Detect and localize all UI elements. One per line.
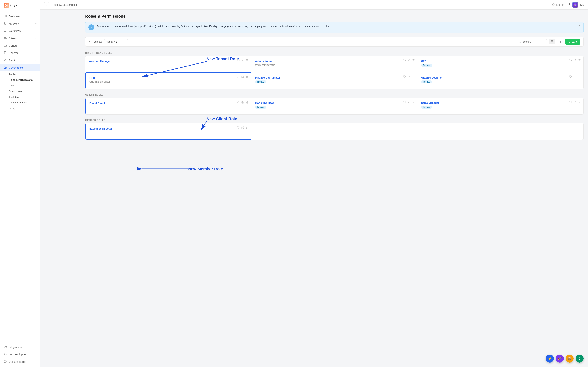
sidebar-item-users[interactable]: Users xyxy=(0,83,40,88)
tag-icon-brand-director[interactable] xyxy=(237,101,240,104)
section-header-member: MEMBER ROLES xyxy=(85,117,584,123)
sidebar-item-studio[interactable]: Studio ▾ xyxy=(0,57,40,64)
grid-icon xyxy=(551,40,553,43)
delete-icon-graphic-designer[interactable] xyxy=(578,75,581,79)
role-name-ceo[interactable]: CEO xyxy=(421,60,580,63)
role-name-account-manager[interactable]: Account Manager xyxy=(89,60,248,63)
delete-icon-administrator[interactable] xyxy=(412,59,415,62)
sidebar-item-billing[interactable]: Billing xyxy=(0,106,40,111)
tag-icon-graphic-designer[interactable] xyxy=(570,75,572,79)
grid-view-button[interactable] xyxy=(549,39,555,44)
sidebar-item-label-integrations: Integrations xyxy=(9,346,36,349)
sidebar-item-garage[interactable]: Garage xyxy=(0,42,40,49)
delete-icon-sales-manager[interactable] xyxy=(578,101,581,104)
sidebar-item-label-workflows: Workflows xyxy=(9,30,36,33)
svg-point-12 xyxy=(5,346,6,347)
fab-group: ⚡ 🚀 📦 ? xyxy=(546,355,584,363)
sidebar-item-communications[interactable]: Communications xyxy=(0,100,40,106)
sort-label: Sort by: xyxy=(94,40,102,43)
svg-text:🤖: 🤖 xyxy=(574,4,576,6)
delete-icon-brand-director[interactable] xyxy=(246,101,248,104)
edit-icon-brand-director[interactable] xyxy=(242,101,244,104)
governance-icon xyxy=(4,66,7,70)
tag-icon-executive-director[interactable] xyxy=(237,126,240,130)
delete-icon-finance-coordinator[interactable] xyxy=(412,75,415,79)
sidebar-logo: trisk xyxy=(0,0,40,11)
sidebar-item-mywork[interactable]: My Work ▾ xyxy=(0,20,40,27)
new-member-role-text: New Member Role xyxy=(188,167,223,171)
sidebar-item-label-garage: Garage xyxy=(9,44,36,47)
edit-icon-ceo[interactable] xyxy=(574,59,576,62)
back-button[interactable]: ‹ xyxy=(44,2,49,7)
sidebar-item-governance[interactable]: Governance ▴ xyxy=(0,64,40,71)
role-name-graphic-designer[interactable]: Graphic Designer xyxy=(421,76,580,79)
edit-icon-administrator[interactable] xyxy=(408,59,410,62)
sidebar-item-roles-permissions[interactable]: Roles & Permissions xyxy=(0,77,40,83)
edit-icon-account-manager[interactable] xyxy=(242,59,244,62)
tag-icon-administrator[interactable] xyxy=(403,59,406,62)
user-avatar[interactable]: 🤖 xyxy=(572,2,578,8)
sidebar-item-tag-library[interactable]: Tag Library xyxy=(0,94,40,100)
create-button[interactable]: Create xyxy=(565,39,580,45)
edit-icon-sales-manager[interactable] xyxy=(574,101,576,104)
sidebar-item-guest-users[interactable]: Guest Users xyxy=(0,88,40,94)
role-card-graphic-designer: Graphic Designer Trish AI xyxy=(417,73,583,89)
integrations-icon xyxy=(4,345,7,349)
svg-line-17 xyxy=(554,5,554,6)
sidebar-item-clients[interactable]: Clients ▾ xyxy=(0,35,40,42)
tag-icon-ceo[interactable] xyxy=(570,59,572,62)
search-button[interactable]: Search xyxy=(552,3,564,6)
sidebar-item-reports[interactable]: Reports xyxy=(0,49,40,57)
search-input[interactable] xyxy=(523,40,545,43)
delete-icon-cfo[interactable] xyxy=(246,76,248,79)
sidebar-item-profile[interactable]: Profile xyxy=(0,71,40,77)
fab-rocket-button[interactable]: 🚀 xyxy=(556,355,564,363)
edit-icon-cfo[interactable] xyxy=(242,76,244,79)
sidebar-item-workflows[interactable]: Workflows xyxy=(0,27,40,35)
role-name-executive-director[interactable]: Executive Director xyxy=(89,127,247,130)
tag-icon-sales-manager[interactable] xyxy=(570,101,572,104)
tag-icon-finance-coordinator[interactable] xyxy=(403,75,406,79)
role-badge-graphic-designer: Trish AI xyxy=(421,80,432,83)
banner-close-button[interactable]: ✕ xyxy=(579,24,581,27)
sidebar-item-dashboard[interactable]: Dashboard xyxy=(0,13,40,20)
role-name-administrator[interactable]: Administrator xyxy=(255,60,414,63)
role-name-marketing-head[interactable]: Marketing Head xyxy=(255,101,414,104)
sidebar-item-developers[interactable]: For Developers xyxy=(0,351,40,358)
sidebar-item-updates[interactable]: Updates (Blog) xyxy=(0,358,40,366)
role-name-finance-coordinator[interactable]: Finance Coordinator xyxy=(255,76,414,79)
role-name-brand-director[interactable]: Brand Director xyxy=(89,102,247,105)
edit-icon-marketing-head[interactable] xyxy=(408,101,410,104)
section-client-roles: CLIENT ROLES Brand Director xyxy=(85,91,584,115)
delete-icon-account-manager[interactable] xyxy=(246,59,249,62)
fab-help-button[interactable]: ? xyxy=(576,355,584,363)
tag-icon-account-manager[interactable] xyxy=(237,59,240,62)
sidebar-navigation: Dashboard My Work ▾ Workflows Clients ▾ xyxy=(0,11,40,342)
chat-icon[interactable] xyxy=(566,2,570,7)
tag-icon-marketing-head[interactable] xyxy=(403,101,406,104)
sidebar-item-integrations[interactable]: Integrations xyxy=(0,343,40,351)
list-view-button[interactable] xyxy=(557,39,563,44)
edit-icon-executive-director[interactable] xyxy=(242,126,244,130)
role-name-cfo[interactable]: CFO xyxy=(89,76,247,79)
filter-icon[interactable] xyxy=(88,40,91,43)
section-header-client: CLIENT ROLES xyxy=(85,91,584,98)
role-name-sales-manager[interactable]: Sales Manager xyxy=(421,101,580,104)
tag-icon-cfo[interactable] xyxy=(237,76,240,79)
edit-icon-finance-coordinator[interactable] xyxy=(408,75,410,79)
delete-icon-marketing-head[interactable] xyxy=(412,101,415,104)
fab-flash-button[interactable]: ⚡ xyxy=(546,355,554,363)
delete-icon-ceo[interactable] xyxy=(578,59,581,62)
role-card-ceo: CEO Trish AI xyxy=(417,56,583,73)
search-box[interactable] xyxy=(517,39,547,44)
sidebar: trisk Dashboard My Work ▾ Workflows xyxy=(0,0,40,367)
role-card-executive-director: Executive Director xyxy=(86,123,251,140)
edit-icon-graphic-designer[interactable] xyxy=(574,75,576,79)
fab-box-button[interactable]: 📦 xyxy=(566,355,574,363)
search-box-icon xyxy=(519,40,521,43)
studio-icon xyxy=(4,58,7,62)
toolbar-right: Create xyxy=(517,39,580,45)
role-card-empty-2 xyxy=(417,123,583,140)
delete-icon-executive-director[interactable] xyxy=(246,126,248,130)
sort-select[interactable]: Name: A-Z Name: Z-A Date Created Date Mo… xyxy=(104,39,128,44)
